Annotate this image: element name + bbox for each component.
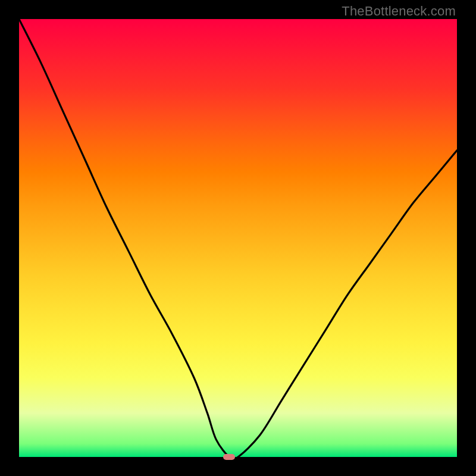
watermark-text: TheBottleneck.com	[342, 4, 456, 19]
plot-area	[19, 19, 457, 457]
curve-layer	[19, 19, 457, 457]
bottleneck-curve	[19, 19, 457, 457]
optimum-marker	[223, 454, 235, 460]
chart-frame: TheBottleneck.com	[0, 0, 476, 476]
